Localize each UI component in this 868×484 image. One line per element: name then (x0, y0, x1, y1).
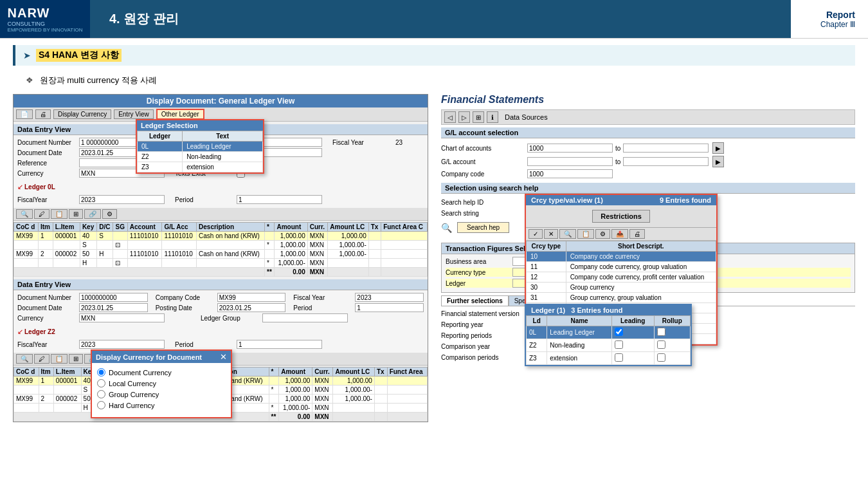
table-row: H⊡ * 1,000.00-MXN (14, 259, 428, 268)
posting-date-input-b[interactable] (217, 303, 286, 312)
doc-date-label: Document Date (17, 149, 75, 156)
crcy-row-30[interactable]: 30Group currency (527, 283, 716, 293)
t1-btn2[interactable]: 🖊 (34, 209, 50, 219)
doc-date-input-b[interactable] (79, 303, 148, 312)
chart-of-accounts-to-input[interactable] (623, 144, 709, 153)
gl-account-to-input[interactable] (623, 157, 709, 166)
ledger-popup-title: Ledger Selection (137, 120, 263, 131)
period-input-b[interactable] (355, 303, 424, 312)
fin-toolbar: ◁ ▷ ⊞ ℹ Data Sources (441, 109, 855, 125)
crcy-export-btn[interactable]: 📤 (611, 229, 628, 239)
company-code-input-r[interactable] (527, 169, 613, 178)
ledger-row-z3[interactable]: Z3 extension (138, 162, 263, 172)
crcy-print-btn[interactable]: 🖨 (629, 229, 645, 239)
th-curr: Curr. (307, 223, 328, 232)
crcy-col-type: Crcy type (527, 241, 566, 252)
fin-btn-back[interactable]: ◁ (444, 111, 456, 123)
crcy-row-31[interactable]: 31Group currency, group valuation (527, 293, 716, 303)
ledger-group-input[interactable] (262, 313, 348, 322)
fiscal-year-input-z2[interactable] (79, 340, 165, 349)
crcy-copy-btn[interactable]: 📋 (577, 229, 594, 239)
leading-checkbox-0l[interactable] (615, 328, 623, 336)
currency-popup-close[interactable]: ✕ (220, 352, 227, 362)
leading-checkbox-z2[interactable] (615, 340, 623, 349)
sap-btn-other-ledger[interactable]: Other Ledger (156, 109, 204, 120)
ledger-right-row-0l[interactable]: 0LLeading Ledger (527, 326, 691, 339)
t1-btn6[interactable]: ⚙ (102, 209, 117, 219)
sap-btn-print[interactable]: 🖨 (35, 109, 51, 119)
crcy-search-btn[interactable]: 🔍 (559, 229, 576, 239)
t1-btn3[interactable]: 📋 (51, 209, 68, 219)
currency-row-b: Currency Ledger Group (17, 313, 424, 322)
ledger-right-row-z3[interactable]: Z3extension (527, 352, 691, 365)
fiscal-year-value: 23 (395, 139, 402, 146)
company-code-input-b[interactable] (217, 293, 286, 302)
leading-checkbox-z3[interactable] (615, 353, 623, 362)
currency-input-b[interactable] (79, 313, 165, 322)
t1-btn4[interactable]: ⊞ (69, 209, 83, 219)
t2-btn4[interactable]: ⊞ (69, 354, 83, 364)
ledger-id-z2: Z2 (138, 152, 183, 162)
page-content: ➤ S4 HANA 변경 사항 ❖ 원장과 multi currency 적용 … (0, 39, 868, 429)
fiscal-year-row-z2: FiscalYear Period (17, 340, 424, 349)
doc-number-label-b: Document Number (17, 294, 75, 301)
sap-btn-doc[interactable]: 📄 (16, 109, 33, 119)
radio-doc-currency[interactable]: Document Currency (97, 368, 226, 377)
rollup-checkbox-0l[interactable] (657, 328, 665, 336)
fin-btn-forward[interactable]: ▷ (458, 111, 470, 123)
th-amount: Amount (275, 223, 307, 232)
doc-number-input-b[interactable] (79, 293, 148, 302)
rollup-checkbox-z2[interactable] (657, 340, 665, 349)
section-header: ➤ S4 HANA 변경 사항 (13, 45, 855, 66)
ledger-id-0l: 0L (138, 142, 183, 152)
t1-btn1[interactable]: 🔍 (16, 209, 33, 219)
t2-btn2[interactable]: 🖊 (34, 354, 50, 364)
crcy-row-11[interactable]: 11Company code currency, group valuation (527, 262, 716, 272)
crcy-gear-btn[interactable]: ⚙ (595, 229, 610, 239)
crcy-row-12[interactable]: 12Company code currency, profit center v… (527, 272, 716, 283)
ledger-row-z2[interactable]: Z2 Non-leading (138, 152, 263, 162)
gl-account-input[interactable] (527, 157, 613, 166)
restrictions-button[interactable]: Restrictions (592, 210, 650, 223)
period-input-0l[interactable] (237, 195, 322, 204)
gl-to-btn[interactable]: ▶ (712, 156, 724, 167)
comparison-year-label: Comparison year (441, 343, 525, 350)
t2-btn3[interactable]: 📋 (51, 354, 68, 364)
tab-further-selections[interactable]: Further selections (441, 295, 509, 306)
th-sg: SG (113, 223, 127, 232)
report-area: Report Chapter Ⅲ (791, 0, 868, 38)
th-itm: Itm (38, 223, 53, 232)
to-label1: to (615, 145, 620, 152)
logo-sub: EMPOWERED BY INNOVATION (8, 27, 83, 33)
fin-btn-grid[interactable]: ⊞ (473, 111, 484, 123)
fin-title: Financial Statements (441, 94, 855, 106)
t1-btn5[interactable]: 🔗 (84, 209, 101, 219)
chart-to-btn[interactable]: ▶ (712, 142, 724, 154)
crcy-row-10[interactable]: 10Company code currency (527, 252, 716, 262)
section-arrow: ➤ (23, 50, 31, 60)
radio-hard-currency[interactable]: Hard Currency (97, 401, 226, 409)
ledger-right-row-z2[interactable]: Z2Non-leading (527, 339, 691, 352)
period-input-z2[interactable] (237, 340, 322, 349)
sap-btn-entry-view[interactable]: Entry View (114, 109, 154, 119)
radio-local-currency-input[interactable] (97, 379, 105, 387)
crcy-x-btn[interactable]: ✕ (544, 229, 558, 239)
crcy-check-btn[interactable]: ✓ (529, 229, 543, 239)
fiscal-year-input-0l[interactable] (79, 195, 165, 204)
radio-hard-currency-input[interactable] (97, 401, 105, 409)
radio-doc-currency-input[interactable] (97, 368, 105, 377)
fin-btn-info[interactable]: ℹ (487, 111, 498, 123)
search-help-button[interactable]: Search hep (457, 222, 509, 233)
radio-local-currency[interactable]: Local Currency (97, 379, 226, 387)
ledger-row-0l[interactable]: 0L Leading Ledger (138, 142, 263, 152)
radio-group-currency[interactable]: Group Currency (97, 390, 226, 398)
posting-date-label-b: Posting Date (156, 304, 213, 312)
chart-of-accounts-input[interactable] (527, 144, 613, 153)
crcy-toolbar: ✓ ✕ 🔍 📋 ⚙ 📤 🖨 (526, 228, 716, 241)
rollup-checkbox-z3[interactable] (657, 353, 665, 362)
logo-consulting: CONSULTING (8, 21, 83, 27)
sap-btn-display-currency[interactable]: Display Currency (53, 109, 111, 119)
fiscal-year-input-b[interactable] (355, 293, 424, 302)
t2-btn1[interactable]: 🔍 (16, 354, 33, 364)
radio-group-currency-input[interactable] (97, 390, 105, 398)
